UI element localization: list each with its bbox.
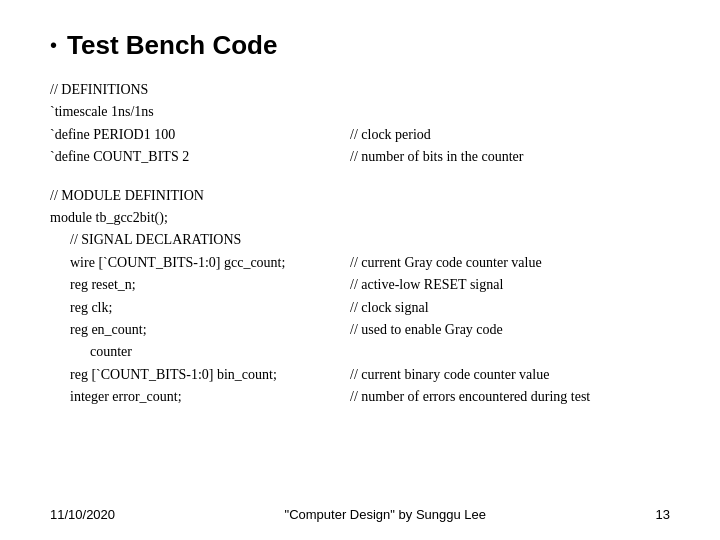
en-count-comment: // used to enable Gray code <box>350 319 503 341</box>
module-decl-line: module tb_gcc2bit(); <box>50 207 670 229</box>
bin-count-comment: // current binary code counter value <box>350 364 549 386</box>
footer-date: 11/10/2020 <box>50 507 115 522</box>
slide-container: • Test Bench Code // DEFINITIONS `timesc… <box>0 0 720 540</box>
counter-continuation: counter <box>90 341 132 363</box>
title-line: • Test Bench Code <box>50 30 670 61</box>
signal-header-line: // SIGNAL DECLARATIONS <box>50 229 670 251</box>
wire-code: wire [`COUNT_BITS-1:0] gcc_count; <box>70 252 350 274</box>
reset-code: reg reset_n; <box>70 274 350 296</box>
definitions-header: // DEFINITIONS <box>50 79 148 101</box>
code-section: // DEFINITIONS `timescale 1ns/1ns `defin… <box>50 79 670 408</box>
clk-code: reg clk; <box>70 297 350 319</box>
definitions-header-line: // DEFINITIONS <box>50 79 670 101</box>
countbits-comment: // number of bits in the counter <box>350 146 523 168</box>
module-header: // MODULE DEFINITION <box>50 185 204 207</box>
module-decl: module tb_gcc2bit(); <box>50 207 168 229</box>
reset-line: reg reset_n; // active-low RESET signal <box>50 274 670 296</box>
timescale-code: `timescale 1ns/1ns <box>50 101 154 123</box>
slide-title: Test Bench Code <box>67 30 277 61</box>
signal-header: // SIGNAL DECLARATIONS <box>70 229 241 251</box>
error-code: integer error_count; <box>70 386 350 408</box>
countbits-code: `define COUNT_BITS 2 <box>50 146 350 168</box>
error-line: integer error_count; // number of errors… <box>50 386 670 408</box>
footer-title: "Computer Design" by Sunggu Lee <box>285 507 486 522</box>
reset-comment: // active-low RESET signal <box>350 274 503 296</box>
en-count-line: reg en_count; // used to enable Gray cod… <box>50 319 670 341</box>
bin-count-code: reg [`COUNT_BITS-1:0] bin_count; <box>70 364 350 386</box>
timescale-line: `timescale 1ns/1ns <box>50 101 670 123</box>
error-comment: // number of errors encountered during t… <box>350 386 590 408</box>
clk-line: reg clk; // clock signal <box>50 297 670 319</box>
clk-comment: // clock signal <box>350 297 429 319</box>
footer: 11/10/2020 "Computer Design" by Sunggu L… <box>0 507 720 522</box>
bin-count-line: reg [`COUNT_BITS-1:0] bin_count; // curr… <box>50 364 670 386</box>
period-code: `define PERIOD1 100 <box>50 124 350 146</box>
bullet-icon: • <box>50 34 57 57</box>
countbits-line: `define COUNT_BITS 2 // number of bits i… <box>50 146 670 168</box>
module-header-line: // MODULE DEFINITION <box>50 185 670 207</box>
period-line: `define PERIOD1 100 // clock period <box>50 124 670 146</box>
counter-continuation-line: counter <box>50 341 670 363</box>
footer-page: 13 <box>656 507 670 522</box>
period-comment: // clock period <box>350 124 431 146</box>
wire-comment: // current Gray code counter value <box>350 252 542 274</box>
wire-line: wire [`COUNT_BITS-1:0] gcc_count; // cur… <box>50 252 670 274</box>
en-count-code: reg en_count; <box>70 319 350 341</box>
